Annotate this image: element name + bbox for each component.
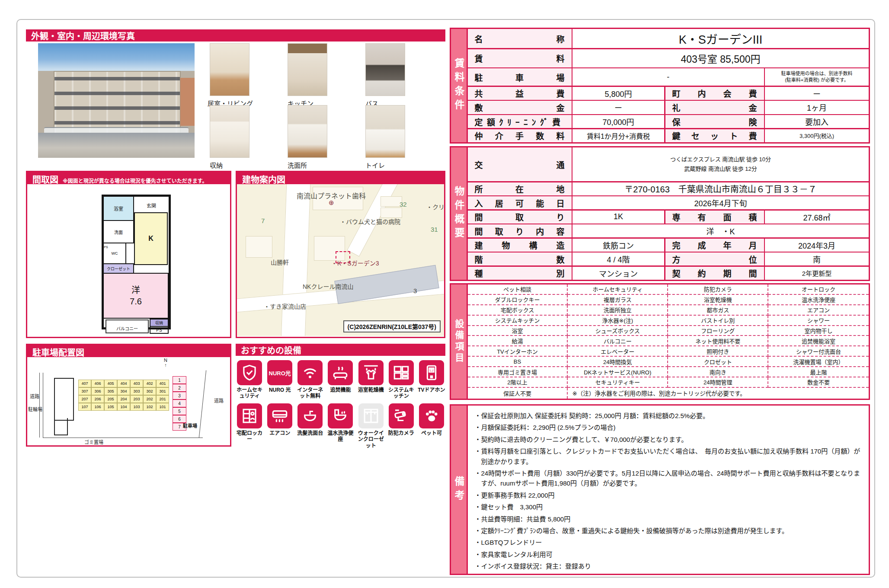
room-ps-bottom: PS bbox=[150, 326, 169, 334]
map-block bbox=[246, 236, 272, 258]
address-label: 所在地 bbox=[468, 182, 572, 195]
direction-label: 方位 bbox=[665, 252, 764, 265]
equipment-item: 追焚機能浴室 bbox=[768, 336, 869, 346]
movein-value: 2026年4月下旬 bbox=[572, 196, 869, 209]
photo-toilet bbox=[365, 105, 405, 158]
town-fee-label: 町内会費 bbox=[665, 87, 764, 100]
floors-value: 4 / 4階 bbox=[572, 252, 664, 265]
equipment-item: BS bbox=[468, 357, 568, 367]
room-entrance: 玄関 bbox=[135, 198, 168, 213]
map-label-ramen: 山勝軒 bbox=[271, 258, 289, 266]
equipment-note: ※（注）浄水器をご利用の際は、別途カートリッジ代が必要です。 bbox=[568, 388, 869, 399]
parking-space-number: 406 bbox=[91, 380, 104, 387]
nuro-hikari-icon: NURO光 bbox=[267, 360, 292, 385]
equipment-item: 浄水器※(注) bbox=[568, 316, 668, 326]
neighbor-building bbox=[180, 78, 195, 126]
equipment-item: 室内物干し bbox=[768, 326, 869, 336]
photo-washroom bbox=[288, 105, 327, 158]
equipment-item: バストイレ別 bbox=[668, 316, 768, 326]
room-wc: WC bbox=[103, 243, 126, 264]
layout-detail-label: 間取り内容 bbox=[468, 224, 572, 237]
parking-space-number: 105 bbox=[104, 403, 117, 411]
facility-shampoo-dresser: 洗髪洗面台 bbox=[296, 403, 324, 449]
room-bath: 浴室 bbox=[103, 196, 134, 221]
photo-storage bbox=[210, 105, 249, 158]
recommended-section-header: おすすめの設備 bbox=[236, 344, 445, 356]
key-money-value: 1ヶ月 bbox=[765, 101, 869, 114]
facility-home-security: ホームセキュリティ bbox=[236, 360, 263, 400]
type-label: 種別 bbox=[468, 267, 572, 280]
bathtub-reheat-icon bbox=[328, 360, 353, 385]
deposit-value: ー bbox=[572, 101, 664, 114]
equipment-item: 浴室 bbox=[468, 326, 568, 336]
parking-space-number: 205 bbox=[104, 395, 117, 403]
equipment-item: エレベーター bbox=[568, 346, 668, 357]
facility-delivery-locker: 宅配ロッカー bbox=[236, 403, 263, 449]
floorplan-title: 間取図 bbox=[32, 173, 58, 185]
layout-label: 間取り bbox=[468, 211, 572, 224]
parking-note: 駐車場使用の場合は、別途手数料(駐車料+消費税) が必要です。 bbox=[765, 68, 869, 86]
map-attribution: (C)2026ZENRIN(Z10LE第037号) bbox=[343, 320, 441, 332]
parking-space-number: 305 bbox=[104, 387, 117, 395]
facility-label: NURO 光 bbox=[269, 387, 291, 400]
wifi-icon bbox=[297, 360, 323, 385]
facility-label: 追焚機能 bbox=[330, 387, 351, 400]
parking-space-number: 106 bbox=[91, 403, 104, 411]
equipment-item: バルコニー bbox=[568, 336, 668, 346]
parking-space-number: 101 bbox=[156, 403, 169, 411]
remarks-section: 備考 ・保証会社原則加入 保証委託料 契約時：25,000円 月額：賃料総額の2… bbox=[450, 404, 870, 575]
address-value: 〒270-0163 千葉県流山市南流山６丁目３３－７ bbox=[572, 182, 869, 195]
deposit-label: 敷金 bbox=[468, 101, 572, 114]
common-fee-value: 5,800円 bbox=[572, 87, 664, 100]
map-block-number-31: 31 bbox=[431, 226, 438, 233]
remark-item: ・更新事務手数料 22,000円 bbox=[475, 490, 862, 500]
equipment-last-row: 保証人不要 ※（注）浄水器をご利用の際は、別途カートリッジ代が必要です。 bbox=[468, 388, 869, 399]
map-canvas: 南流山プラネット歯科 ⊕ 7 32 ・クリ ・バウム犬と猫の病院 31 山勝軒 … bbox=[237, 184, 444, 336]
facility-bathroom-dryer: 浴室乾燥機 bbox=[357, 360, 385, 400]
facility-security-camera: 防犯カメラ bbox=[387, 403, 415, 449]
parking-side-number: 2 bbox=[173, 384, 186, 392]
facility-label: ペット可 bbox=[421, 430, 442, 443]
map-block-number-3: 3 bbox=[413, 287, 417, 294]
map-header: 建物案内図 bbox=[237, 172, 444, 184]
building-outline bbox=[54, 378, 74, 421]
remark-item: ・24時間サポート費用（月額）330円が必要です。5月12日以降に入居申込の場合… bbox=[475, 468, 862, 489]
remark-item: ・家具家電レンタル利用可 bbox=[475, 550, 862, 559]
delivery-locker-icon bbox=[237, 403, 262, 428]
facility-pets-allowed: ペット可 bbox=[418, 403, 445, 449]
equipment-item: シャワー付洗面台 bbox=[768, 346, 869, 357]
equipment-item: TVインターホン bbox=[468, 346, 568, 357]
structure-value: 鉄筋コン bbox=[572, 239, 664, 252]
rent-parking-label: 駐車場 bbox=[468, 68, 572, 86]
area-value: 27.68㎡ bbox=[765, 211, 869, 224]
equipment-item: ダブルロックキー bbox=[468, 295, 568, 305]
facility-label: 温水洗浄便座 bbox=[326, 430, 354, 443]
equipment-item: 都市ガス bbox=[668, 305, 768, 316]
equipment-grid-wrap: ペット相談ホームセキュリティ防犯カメラオートロックダブルロックキー複層ガラス浴室… bbox=[468, 284, 869, 399]
remark-item: ・保証会社原則加入 保証委託料 契約時：25,000円 月額：賃料総額の2.5%… bbox=[475, 411, 862, 421]
parking-space-number: 202 bbox=[143, 395, 156, 403]
parking-side-number: 5 bbox=[173, 407, 186, 415]
key-money-label: 礼金 bbox=[665, 101, 764, 114]
direction-value: 南 bbox=[765, 252, 869, 265]
remark-item: ・月額保証委託料：2,290円 (2.5%プランの場合) bbox=[475, 422, 862, 432]
site-line bbox=[199, 370, 206, 438]
overview-table: 交通 つくばエクスプレス 南流山駅 徒歩 10分武蔵野線 南流山駅 徒歩 12分… bbox=[468, 147, 869, 280]
floorplan-section: 間取図 ※図面と現況が異なる場合は現況を優先させていただきます。 浴室 玄関 洗… bbox=[26, 171, 231, 338]
town-fee-value: ー bbox=[765, 87, 869, 100]
map-block bbox=[381, 208, 402, 218]
map-marker-icon: ⊕ bbox=[329, 199, 334, 207]
layout-detail-value: 洋 ・K bbox=[572, 224, 869, 237]
rent-conditions-section: 賃料条件 名称 K・SガーデンIII 賃料 403号室 85,500円 駐車場 … bbox=[450, 28, 870, 144]
room-balcony: バルコニー bbox=[106, 320, 149, 333]
property-overview-section: 物件概要 交通 つくばエクスプレス 南流山駅 徒歩 10分武蔵野線 南流山駅 徒… bbox=[450, 146, 870, 281]
equipment-item: DKネットサービス(NURO) bbox=[568, 367, 668, 377]
parking-road-right-label: 道路 bbox=[214, 397, 224, 404]
movein-label: 入居可能日 bbox=[468, 196, 572, 209]
parking-header: 駐車場配置図 bbox=[27, 345, 230, 357]
parking-space-number: 103 bbox=[130, 403, 143, 411]
facility-reheating-bath: 追焚機能 bbox=[326, 360, 354, 400]
floors-label: 階数 bbox=[468, 252, 572, 265]
rent-table: 名称 K・SガーデンIII 賃料 403号室 85,500円 駐車場 - 駐車場… bbox=[468, 29, 869, 142]
parking-space-number: 301 bbox=[156, 387, 169, 395]
